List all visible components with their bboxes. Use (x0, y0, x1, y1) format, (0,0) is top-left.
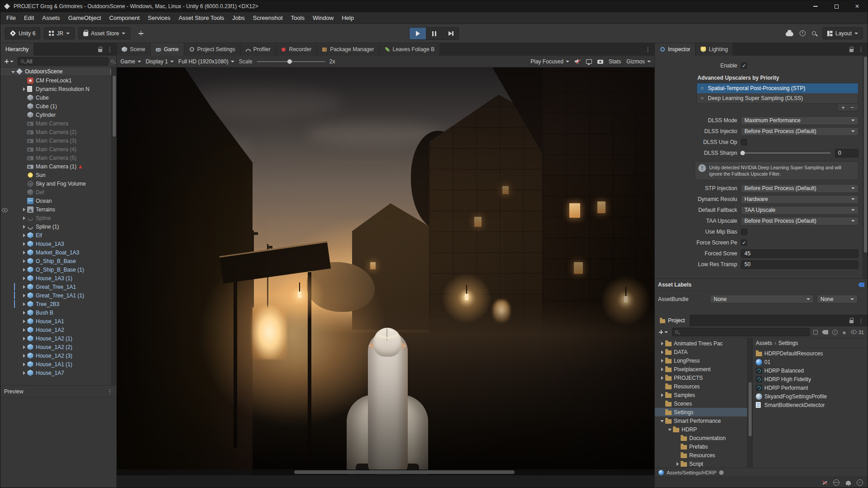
hierarchy-item[interactable]: Spline (1) (0, 222, 116, 231)
project-file-item[interactable]: HDRPDefaultResources (753, 349, 868, 358)
layout-dropdown[interactable]: Layout (822, 27, 863, 39)
expand-arrow-icon[interactable] (21, 370, 27, 376)
expand-arrow-icon[interactable] (21, 327, 27, 333)
hierarchy-item[interactable]: House_1A3 (1) (0, 274, 116, 282)
expand-arrow-icon[interactable] (21, 224, 27, 230)
network-status-icon[interactable] (833, 479, 839, 486)
remove-upscaler-button[interactable] (848, 104, 856, 111)
menu-component[interactable]: Component (105, 12, 143, 24)
tab-profiler[interactable]: Profiler (241, 43, 276, 56)
lock-icon[interactable] (98, 49, 102, 52)
project-tree-scrollbar[interactable] (747, 338, 752, 468)
assetbundle-variant-dropdown[interactable]: None (817, 295, 858, 303)
stats-button[interactable]: Stats (609, 58, 621, 65)
expand-arrow-icon[interactable] (667, 426, 673, 432)
expand-arrow-icon[interactable] (21, 215, 27, 221)
search-by-label-icon[interactable] (822, 330, 828, 335)
minimize-button[interactable] (805, 0, 826, 12)
expand-arrow-icon[interactable] (21, 267, 27, 273)
inspector-scrollbar[interactable] (863, 56, 868, 278)
resolution-dropdown[interactable]: Full HD (1920x1080) (178, 58, 234, 65)
hierarchy-item[interactable]: Market_Boat_1A3 (0, 248, 116, 257)
menu-screenshot[interactable]: Screenshot (249, 12, 287, 24)
hierarchy-item[interactable]: House_1A1 (1) (0, 360, 116, 368)
favorite-star-icon[interactable] (842, 328, 847, 336)
tab-package-manager[interactable]: Package Manager (317, 43, 379, 56)
menu-asset-store-tools[interactable]: Asset Store Tools (174, 12, 228, 24)
hierarchy-item[interactable]: Sky and Fog Volume (0, 179, 116, 188)
game-viewport[interactable] (117, 67, 654, 475)
cloud-icon[interactable] (786, 32, 793, 36)
hierarchy-item[interactable]: Cylinder (0, 110, 116, 119)
import-activity-icon[interactable] (832, 330, 838, 335)
expand-arrow-icon[interactable] (21, 232, 27, 238)
preview-menu-icon[interactable] (107, 388, 113, 395)
dlss-sharpn-slider[interactable]: 0 (741, 149, 858, 158)
project-file-item[interactable]: HDRP High Fidelity (753, 375, 868, 383)
hierarchy-item[interactable]: Cube (0, 93, 116, 102)
project-folder-item[interactable]: Scenes (655, 399, 747, 408)
add-button[interactable] (134, 27, 148, 39)
panel-menu-icon[interactable] (858, 45, 864, 53)
expand-arrow-icon[interactable] (659, 349, 665, 355)
scene-header-row[interactable]: OutdoorsScene (0, 67, 116, 76)
hierarchy-item[interactable]: Main Camera (1) (0, 162, 116, 171)
expand-arrow-icon[interactable] (659, 392, 665, 398)
expand-arrow-icon[interactable] (659, 418, 665, 424)
project-folder-item[interactable]: Samples (655, 391, 747, 399)
hierarchy-item[interactable]: Great_Tree_1A1 (1) (0, 291, 116, 300)
project-folder-item[interactable]: Resources (655, 451, 747, 459)
expand-arrow-icon[interactable] (21, 284, 27, 290)
panel-menu-icon[interactable] (107, 45, 113, 53)
project-file-item[interactable]: SmartBottleneckDetector (753, 401, 868, 409)
menu-services[interactable]: Services (144, 12, 175, 24)
project-folder-item[interactable]: Resources (655, 382, 747, 391)
low-res-transp-field[interactable]: 50 (741, 260, 858, 269)
forced-scree-field[interactable]: 45 (741, 249, 858, 258)
expand-arrow-icon[interactable] (21, 335, 27, 341)
scale-slider[interactable] (257, 61, 325, 62)
expand-arrow-icon[interactable] (21, 241, 27, 247)
hierarchy-item[interactable]: Main Camera (0, 119, 116, 128)
project-file-item[interactable]: SkyandFogSettingsProfile (753, 392, 868, 401)
hierarchy-item[interactable]: Sun (0, 171, 116, 179)
background-tasks-check-icon[interactable] (857, 479, 863, 486)
menu-edit[interactable]: Edit (20, 12, 38, 24)
hierarchy-item[interactable]: Main Camera (4) (0, 145, 116, 153)
project-folder-item[interactable]: Settings (655, 408, 747, 416)
notifications-bell-icon[interactable] (846, 481, 851, 485)
project-folder-item[interactable]: Animated Trees Pac (655, 339, 747, 348)
hierarchy-item[interactable]: Elf (0, 231, 116, 239)
dlss-injectio-dropdown[interactable]: Before Post Process (Default) (741, 127, 858, 136)
lock-icon[interactable] (849, 320, 854, 323)
label-tag-icon[interactable] (858, 282, 864, 287)
menu-window[interactable]: Window (309, 12, 338, 24)
hierarchy-item[interactable]: House_1A7 (0, 368, 116, 377)
expand-arrow-icon[interactable] (675, 461, 681, 467)
hierarchy-item[interactable]: House_1A2 (0, 325, 116, 334)
scrollbar-thumb[interactable] (294, 470, 515, 474)
project-folder-item[interactable]: PROJECTS (655, 373, 747, 382)
search-icon[interactable] (812, 31, 816, 35)
panel-menu-icon[interactable] (858, 316, 864, 325)
hierarchy-item[interactable]: Cube (1) (0, 102, 116, 110)
assetbundle-name-dropdown[interactable]: None (710, 295, 814, 303)
tab-hierarchy[interactable]: Hierarchy (0, 43, 34, 56)
undo-history-icon[interactable] (800, 30, 806, 36)
search-by-type-icon[interactable] (111, 60, 114, 63)
upscaler-item[interactable]: Spatial-Temporal Post-Processing (STP) (697, 83, 858, 93)
project-folder-item[interactable]: Pixelplacement (655, 365, 747, 373)
account-dropdown[interactable]: JR (44, 27, 75, 39)
expand-arrow-icon[interactable] (21, 301, 27, 307)
unity-version-badge[interactable]: Unity 6 (5, 27, 40, 39)
menu-assets[interactable]: Assets (38, 12, 64, 24)
slider-knob[interactable] (740, 151, 745, 155)
expand-arrow-icon[interactable] (21, 249, 27, 255)
expand-arrow-icon[interactable] (21, 353, 27, 359)
expand-arrow-icon[interactable] (21, 310, 27, 316)
project-folder-item[interactable]: HDRP (655, 425, 747, 434)
play-button[interactable] (410, 28, 426, 39)
hidden-packages-toggle[interactable]: 31 (851, 330, 864, 335)
menu-gameobject[interactable]: GameObject (64, 12, 105, 24)
project-folder-item[interactable]: DATA (655, 348, 747, 356)
